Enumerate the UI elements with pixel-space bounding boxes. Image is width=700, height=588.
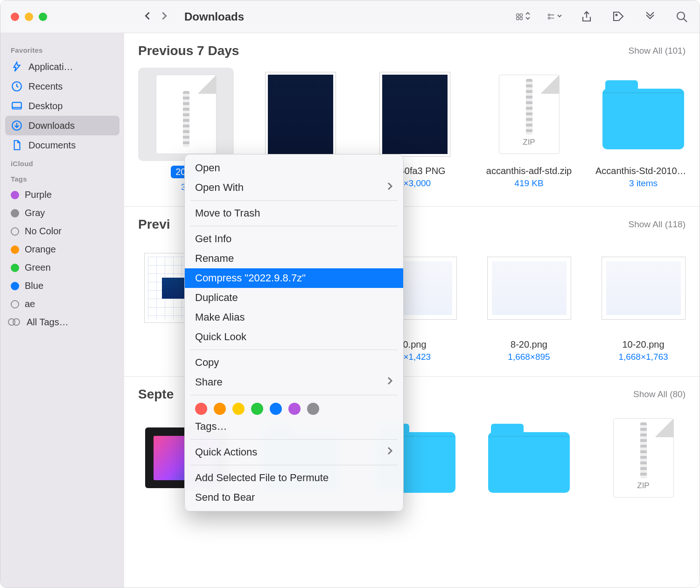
search-button[interactable] xyxy=(674,9,689,24)
file-item[interactable] xyxy=(481,411,577,504)
fullscreen-window-icon[interactable] xyxy=(39,13,47,21)
window-controls xyxy=(11,13,47,21)
ctx-separator xyxy=(190,200,398,201)
ctx-label: Compress "2022.9.8.7z" xyxy=(195,272,306,284)
ctx-tag-red[interactable] xyxy=(195,403,207,415)
forward-button[interactable] xyxy=(159,9,169,24)
ctx-alias[interactable]: Make Alias xyxy=(185,308,403,327)
share-button[interactable] xyxy=(579,9,594,24)
ctx-quicklook[interactable]: Quick Look xyxy=(185,327,403,347)
ctx-tag-row xyxy=(185,398,403,417)
sidebar-tag-ae[interactable]: ae xyxy=(5,295,119,313)
ctx-tags-more[interactable]: Tags… xyxy=(185,417,403,436)
file-name: Accanthis-Std-20101124 xyxy=(595,166,691,176)
ctx-separator xyxy=(190,439,398,440)
file-item[interactable]: ZIP xyxy=(595,411,691,504)
downloads-icon xyxy=(11,119,23,132)
close-window-icon[interactable] xyxy=(11,13,19,21)
nav-arrows xyxy=(142,9,169,24)
ctx-label: Send to Bear xyxy=(195,491,255,504)
ctx-label: Rename xyxy=(195,252,234,265)
sidebar-item-label: All Tags… xyxy=(27,317,69,328)
all-tags-icon xyxy=(11,318,21,327)
archive-icon: ZIP xyxy=(499,75,560,154)
ctx-tag-purple[interactable] xyxy=(288,403,301,415)
sidebar-item-label: Desktop xyxy=(28,101,63,112)
ctx-open[interactable]: Open xyxy=(185,158,403,178)
ctx-separator xyxy=(190,395,398,395)
ctx-bear[interactable]: Send to Bear xyxy=(185,488,403,507)
ctx-rename[interactable]: Rename xyxy=(185,249,403,268)
sidebar-item-documents[interactable]: Documents xyxy=(5,135,119,155)
file-info: 1,668×895 xyxy=(481,352,577,362)
ctx-separator xyxy=(190,465,398,465)
show-all-link[interactable]: Show All (101) xyxy=(628,46,686,56)
ctx-copy[interactable]: Copy xyxy=(185,353,403,372)
file-name: 10-20.png xyxy=(595,339,691,350)
back-button[interactable] xyxy=(142,9,153,24)
file-item[interactable]: 8-20.png 1,668×895 xyxy=(481,241,577,362)
chevron-updown-icon xyxy=(525,11,531,22)
svg-rect-0 xyxy=(517,14,519,16)
sidebar-item-applications[interactable]: Applicati… xyxy=(5,57,119,77)
sidebar-item-desktop[interactable]: Desktop xyxy=(5,96,119,116)
ctx-get-info[interactable]: Get Info xyxy=(185,229,403,249)
sidebar-item-label: Green xyxy=(25,262,51,273)
window-title: Downloads xyxy=(184,10,244,23)
svg-rect-1 xyxy=(520,14,522,16)
ctx-permute[interactable]: Add Selected File to Permute xyxy=(185,468,403,488)
minimize-window-icon[interactable] xyxy=(25,13,33,21)
svg-line-10 xyxy=(684,19,687,22)
view-mode-button[interactable] xyxy=(516,9,531,24)
ctx-trash[interactable]: Move to Trash xyxy=(185,203,403,223)
show-all-link[interactable]: Show All (80) xyxy=(633,389,686,399)
ctx-open-with[interactable]: Open With xyxy=(185,178,403,197)
archive-icon xyxy=(156,75,217,154)
sidebar-tag-gray[interactable]: Gray xyxy=(5,204,119,222)
ctx-tag-green[interactable] xyxy=(251,403,263,415)
file-item[interactable]: ZIP accanthis-adf-std.zip 419 KB xyxy=(481,68,577,192)
file-info: 419 KB xyxy=(481,178,577,189)
ctx-label: Make Alias xyxy=(195,311,245,323)
group-by-button[interactable] xyxy=(547,9,562,24)
show-all-link[interactable]: Show All (118) xyxy=(628,219,686,230)
tag-dot-icon xyxy=(11,245,19,254)
ctx-tag-gray[interactable] xyxy=(307,403,319,415)
image-thumb-icon xyxy=(266,72,336,156)
ctx-tag-yellow[interactable] xyxy=(232,403,245,415)
ctx-label: Open With xyxy=(195,182,244,194)
ctx-label: Open xyxy=(195,162,220,174)
ctx-quick-actions[interactable]: Quick Actions xyxy=(185,442,403,462)
sidebar-tag-orange[interactable]: Orange xyxy=(5,240,119,259)
ctx-share[interactable]: Share xyxy=(185,372,403,392)
ctx-compress[interactable]: Compress "2022.9.8.7z" xyxy=(185,268,403,288)
file-name: 8-20.png xyxy=(481,339,577,350)
ctx-tag-blue[interactable] xyxy=(270,403,282,415)
sidebar-item-downloads[interactable]: Downloads xyxy=(5,116,119,135)
chevron-down-icon xyxy=(557,11,562,22)
section-header-prev7: Previous 7 Days Show All (101) xyxy=(124,33,700,63)
file-info: 1,668×1,763 xyxy=(595,352,691,362)
tag-dot-icon xyxy=(11,227,19,236)
sidebar-tag-blue[interactable]: Blue xyxy=(5,277,119,295)
sidebar-tag-green[interactable]: Green xyxy=(5,259,119,277)
file-item[interactable]: Accanthis-Std-20101124 3 items xyxy=(595,68,691,192)
file-info: 3 items xyxy=(595,178,691,189)
ctx-tag-orange[interactable] xyxy=(214,403,226,415)
image-thumb-icon xyxy=(380,72,450,156)
tag-dot-icon xyxy=(11,300,19,308)
tags-button[interactable] xyxy=(611,9,626,24)
sidebar-item-recents[interactable]: Recents xyxy=(5,77,119,96)
sidebar-heading-tags: Tags xyxy=(5,170,119,186)
sidebar-tag-nocolor[interactable]: No Color xyxy=(5,222,119,240)
ctx-duplicate[interactable]: Duplicate xyxy=(185,288,403,308)
folder-icon xyxy=(488,432,570,493)
ctx-label: Share xyxy=(195,376,223,388)
sidebar-tag-all[interactable]: All Tags… xyxy=(5,313,119,331)
svg-rect-4 xyxy=(548,14,550,15)
more-toolbar-button[interactable] xyxy=(643,9,658,24)
folder-icon xyxy=(602,89,684,149)
file-item[interactable]: 10-20.png 1,668×1,763 xyxy=(595,241,691,362)
sidebar-tag-purple[interactable]: Purple xyxy=(5,186,119,204)
sidebar-heading-favorites: Favorites xyxy=(5,42,119,57)
